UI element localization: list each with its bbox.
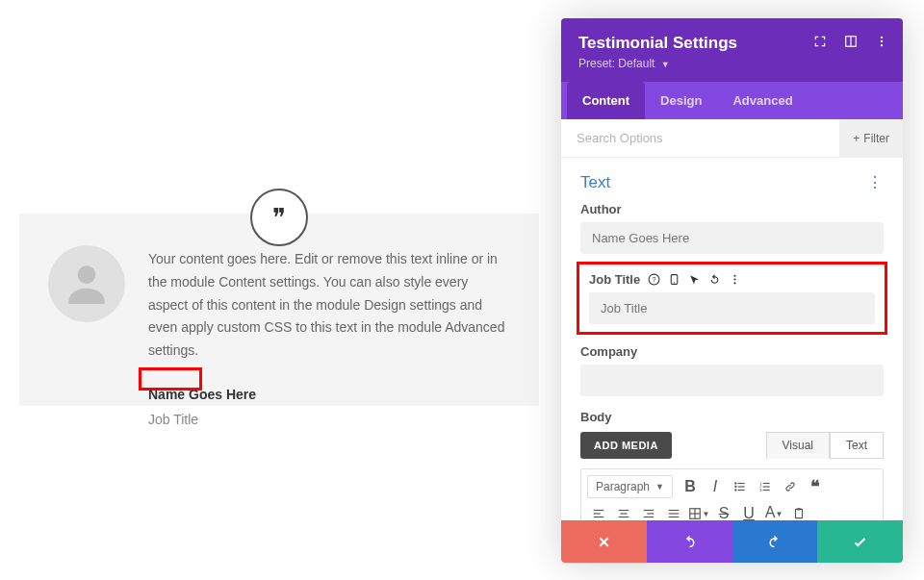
settings-panel: Testimonial Settings Preset: Default ▼ C… <box>561 18 903 563</box>
align-left-icon[interactable] <box>587 502 610 520</box>
svg-rect-31 <box>644 510 654 511</box>
svg-point-9 <box>674 282 675 283</box>
svg-rect-32 <box>647 513 654 514</box>
drag-icon[interactable] <box>812 34 828 49</box>
paragraph-select[interactable]: Paragraph▼ <box>587 475 673 498</box>
editor-toolbar: Paragraph▼ B I 123 ❝ ▼ S U A▼ Tx <box>580 468 884 520</box>
menu-dots-icon[interactable] <box>874 34 889 49</box>
link-icon[interactable] <box>779 475 802 498</box>
svg-rect-40 <box>796 509 803 517</box>
svg-rect-30 <box>619 517 629 517</box>
svg-rect-27 <box>594 517 604 517</box>
table-icon[interactable]: ▼ <box>687 502 710 520</box>
svg-point-12 <box>734 282 736 284</box>
expand-icon[interactable] <box>843 34 859 49</box>
paste-icon[interactable] <box>787 502 810 520</box>
panel-footer <box>561 520 903 563</box>
search-bar: +Filter <box>561 119 903 158</box>
svg-point-13 <box>734 482 736 484</box>
underline-icon[interactable]: U <box>737 502 760 520</box>
svg-rect-41 <box>797 508 801 510</box>
avatar-icon <box>48 245 125 322</box>
svg-rect-26 <box>594 513 601 514</box>
svg-rect-20 <box>763 483 770 484</box>
text-tab[interactable]: Text <box>830 432 884 459</box>
quote-icon: ❞ <box>250 189 308 246</box>
align-right-icon[interactable] <box>637 502 660 520</box>
tab-content[interactable]: Content <box>567 82 645 119</box>
undo-footer-button[interactable] <box>647 520 732 563</box>
panel-header: Testimonial Settings Preset: Default ▼ <box>561 18 903 82</box>
preview-body-text: Your content goes here. Edit or remove t… <box>148 248 510 363</box>
section-menu-icon[interactable]: ⋮ <box>867 173 884 191</box>
hover-icon[interactable] <box>688 273 701 286</box>
svg-rect-2 <box>850 37 851 47</box>
field-menu-icon[interactable] <box>729 273 741 286</box>
svg-rect-22 <box>763 486 770 487</box>
body-label: Body <box>580 410 884 424</box>
svg-point-11 <box>734 278 736 280</box>
panel-tabs: Content Design Advanced <box>561 82 903 119</box>
svg-point-4 <box>881 40 883 42</box>
svg-point-10 <box>734 275 736 277</box>
align-justify-icon[interactable] <box>662 502 685 520</box>
reset-icon[interactable] <box>708 273 721 286</box>
svg-rect-33 <box>644 517 654 517</box>
italic-icon[interactable]: I <box>704 475 727 498</box>
svg-point-5 <box>881 44 883 46</box>
add-media-button[interactable]: ADD MEDIA <box>580 432 672 459</box>
author-label: Author <box>580 202 884 216</box>
job-label: Job Title <box>589 272 640 287</box>
svg-rect-36 <box>669 517 680 517</box>
company-input[interactable] <box>580 365 884 396</box>
svg-point-3 <box>881 37 883 38</box>
svg-rect-14 <box>738 483 745 484</box>
preview-name: Name Goes Here <box>148 384 510 407</box>
tab-design[interactable]: Design <box>645 82 717 119</box>
svg-rect-25 <box>594 510 604 511</box>
ul-icon[interactable] <box>729 475 752 498</box>
help-icon[interactable]: ? <box>648 273 660 286</box>
svg-rect-34 <box>669 510 680 511</box>
save-button[interactable] <box>817 520 903 563</box>
panel-content: Text ⋮ Author Job Title ? Company Body A… <box>561 158 903 520</box>
quote-icon-btn[interactable]: ❝ <box>804 475 827 498</box>
highlight-job-field: Job Title ? <box>577 262 887 335</box>
strike-icon[interactable]: S <box>712 502 735 520</box>
company-label: Company <box>580 344 884 359</box>
job-input[interactable] <box>589 292 875 324</box>
author-input[interactable] <box>580 222 884 254</box>
tab-advanced[interactable]: Advanced <box>717 82 808 119</box>
align-center-icon[interactable] <box>612 502 635 520</box>
svg-text:3: 3 <box>759 488 762 492</box>
svg-rect-16 <box>738 486 745 487</box>
textcolor-icon[interactable]: A▼ <box>762 502 785 520</box>
section-title[interactable]: Text <box>580 173 610 191</box>
tablet-icon[interactable] <box>668 273 680 286</box>
svg-rect-24 <box>763 490 770 491</box>
visual-tab[interactable]: Visual <box>766 432 830 459</box>
svg-rect-29 <box>621 513 628 514</box>
close-button[interactable] <box>561 520 647 563</box>
preview-job: Job Title <box>148 409 510 432</box>
svg-rect-35 <box>669 513 680 514</box>
highlight-job-preview <box>139 367 202 391</box>
redo-footer-button[interactable] <box>732 520 818 563</box>
svg-text:?: ? <box>653 276 656 283</box>
svg-rect-28 <box>619 510 629 511</box>
svg-rect-18 <box>738 490 745 491</box>
bold-icon[interactable]: B <box>679 475 702 498</box>
ol-icon[interactable]: 123 <box>754 475 777 498</box>
preset-selector[interactable]: Preset: Default ▼ <box>578 57 886 70</box>
search-input[interactable] <box>561 119 839 157</box>
svg-point-0 <box>78 265 96 284</box>
svg-point-17 <box>734 489 736 491</box>
svg-point-15 <box>734 486 736 488</box>
filter-button[interactable]: +Filter <box>839 119 903 157</box>
